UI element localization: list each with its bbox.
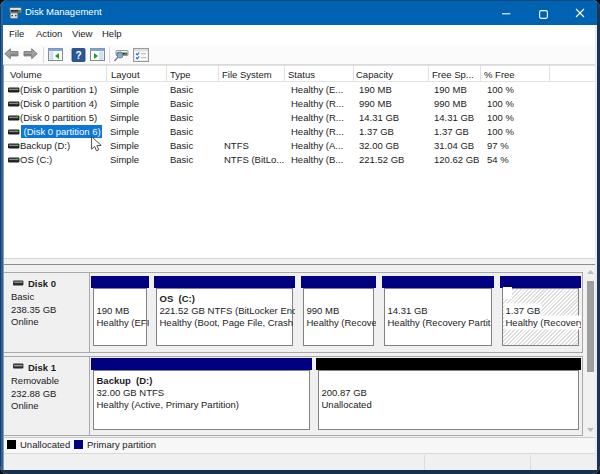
svg-text:?: ?: [75, 50, 81, 61]
